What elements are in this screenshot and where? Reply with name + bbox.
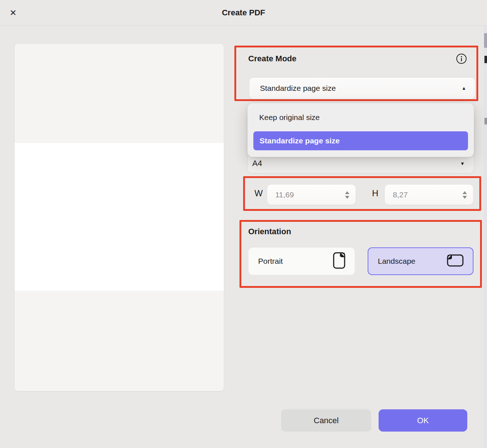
width-input[interactable]: 11,69 <box>267 184 356 205</box>
height-value: 8,27 <box>393 190 408 199</box>
dialog-title: Create PDF <box>0 0 487 26</box>
cancel-button[interactable]: Cancel <box>281 409 371 432</box>
preview-page-area <box>15 143 224 291</box>
stepper-up-icon[interactable] <box>345 191 349 194</box>
stepper-up-icon[interactable] <box>463 191 467 194</box>
width-stepper[interactable] <box>344 185 351 205</box>
create-mode-annotation-box: Create Mode Standardize page size ▲ <box>234 46 478 101</box>
portrait-button-label: Portrait <box>258 257 283 266</box>
width-label: W <box>254 188 263 198</box>
menu-item-keep-original-size[interactable]: Keep original size <box>259 103 320 131</box>
stepper-down-icon[interactable] <box>345 196 349 199</box>
landscape-button-label: Landscape <box>378 257 415 266</box>
ok-button[interactable]: OK <box>379 409 467 432</box>
info-icon[interactable] <box>456 53 467 64</box>
preview-margin-bottom <box>15 291 224 391</box>
dimensions-annotation-box: W 11,69 H 8,27 <box>243 176 481 211</box>
orientation-annotation-box: Orientation Portrait Landscape <box>239 220 482 288</box>
width-value: 11,69 <box>275 190 294 199</box>
create-mode-select[interactable]: Standardize page size ▲ <box>249 77 475 99</box>
background-window-edge <box>484 26 487 448</box>
landscape-page-icon <box>446 254 464 269</box>
portrait-page-icon <box>333 252 346 271</box>
preview-margin-top <box>15 44 224 143</box>
height-input[interactable]: 8,27 <box>384 184 473 205</box>
background-window-fragment <box>484 33 487 48</box>
create-mode-dropdown-menu: Keep original size Standardize page size <box>248 103 474 157</box>
dialog-header: ✕ Create PDF <box>0 0 487 26</box>
background-window-fragment <box>484 118 487 124</box>
height-stepper[interactable] <box>461 185 468 205</box>
chevron-down-icon: ▼ <box>460 161 465 166</box>
portrait-button[interactable]: Portrait <box>248 247 355 275</box>
height-label: H <box>372 188 378 198</box>
background-window-fragment <box>484 56 487 63</box>
create-pdf-dialog: ✕ Create PDF Create Mode Standardize pag… <box>0 0 487 448</box>
create-mode-label: Create Mode <box>248 54 296 63</box>
landscape-button[interactable]: Landscape <box>368 247 473 275</box>
stepper-down-icon[interactable] <box>463 196 467 199</box>
create-mode-selected-value: Standardize page size <box>260 84 336 93</box>
page-size-selected-value: A4 <box>252 159 262 168</box>
page-preview <box>15 44 224 391</box>
menu-item-standardize-page-size[interactable]: Standardize page size <box>253 131 468 150</box>
orientation-label: Orientation <box>248 227 291 236</box>
chevron-up-icon: ▲ <box>461 85 466 91</box>
